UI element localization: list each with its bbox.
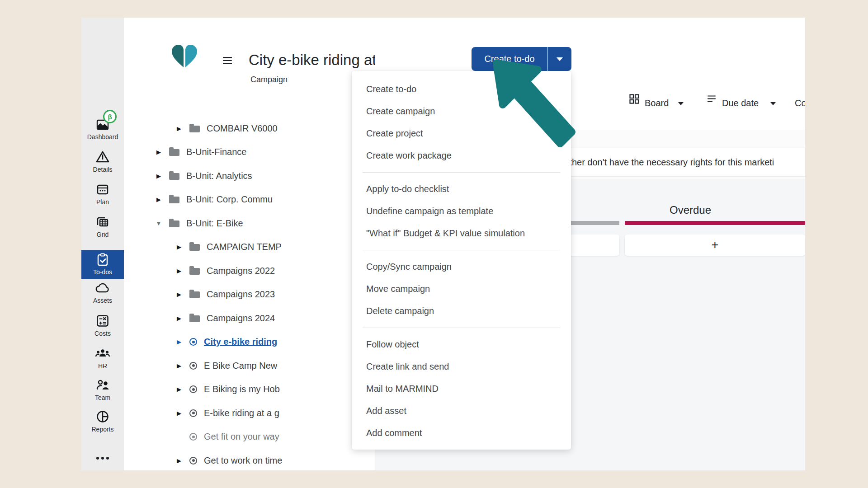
expand-arrow-icon[interactable] (175, 315, 183, 322)
chevron-down-icon[interactable] (678, 102, 684, 105)
expand-arrow-icon[interactable] (155, 196, 163, 203)
menu-divider (363, 328, 560, 328)
expand-arrow-icon[interactable] (175, 410, 183, 417)
campaign-icon (189, 409, 197, 417)
plan-icon (96, 183, 109, 196)
sidebar-item-reports[interactable]: Reports (81, 410, 124, 433)
menu-item[interactable]: Mail to MARMIND (352, 378, 571, 400)
campaign-icon (189, 457, 197, 465)
chevron-down-icon (557, 57, 563, 61)
grid-icon (96, 215, 109, 229)
sidebar-item-more[interactable] (81, 451, 124, 465)
expand-arrow-icon[interactable] (175, 362, 183, 369)
sidebar-item-label: To-dos (93, 268, 112, 276)
expand-arrow-icon[interactable] (155, 173, 163, 179)
menu-divider (363, 172, 560, 173)
board-column-overdue: Overdue + (625, 179, 805, 470)
hamburger-menu-icon[interactable] (223, 57, 232, 64)
sidebar-item-grid[interactable]: Grid (81, 215, 124, 238)
sidebar-item-label: Plan (96, 198, 109, 206)
sidebar-item-label: Team (95, 394, 110, 401)
menu-item[interactable]: Add comment (352, 422, 571, 444)
campaign-icon (189, 338, 197, 346)
create-split-button: Create to-do (472, 47, 571, 71)
menu-item[interactable]: Undefine campaign as template (352, 200, 571, 222)
menu-item[interactable]: Move campaign (352, 278, 571, 300)
costs-icon (96, 314, 109, 328)
column-color-bar (625, 221, 805, 225)
sidebar-item-todos[interactable]: To-dos (81, 250, 124, 279)
expand-arrow-icon[interactable] (175, 267, 183, 274)
menu-item[interactable]: Create link and send (352, 356, 571, 378)
menu-divider (363, 250, 560, 250)
sort-selector[interactable]: Due date (722, 98, 759, 108)
folder-icon (189, 126, 200, 132)
sidebar-item-label: Assets (93, 297, 112, 304)
sidebar-item-dashboard[interactable]: β Dashboard (81, 117, 124, 141)
sidebar-item-assets[interactable]: Assets (81, 281, 124, 304)
folder-icon (169, 173, 179, 180)
sidebar-item-costs[interactable]: Costs (81, 314, 124, 337)
sidebar-item-hr[interactable]: HR (81, 347, 124, 370)
create-dropdown-menu: Create to-do Create campaign Create proj… (352, 71, 571, 450)
screenshot-stage: β Dashboard Details Plan Grid T (0, 0, 868, 488)
folder-icon (189, 268, 200, 275)
menu-item[interactable]: Delete campaign (352, 300, 571, 322)
sidebar-item-plan[interactable]: Plan (81, 183, 124, 206)
sidebar-item-team[interactable]: Team (81, 378, 124, 401)
todos-icon (96, 253, 109, 267)
expand-arrow-icon[interactable] (175, 386, 183, 393)
app-window: β Dashboard Details Plan Grid T (81, 18, 805, 470)
dashboard-icon: β (96, 117, 109, 131)
expand-arrow-icon[interactable] (175, 125, 183, 132)
folder-icon (189, 291, 200, 298)
folder-icon (169, 149, 179, 156)
folder-icon (169, 221, 179, 227)
folder-icon (169, 197, 179, 203)
expand-arrow-icon[interactable] (175, 338, 183, 345)
menu-item[interactable]: Apply to-do checklist (352, 178, 571, 200)
menu-item[interactable]: Copy/Sync campaign (352, 256, 571, 278)
campaign-icon (189, 362, 197, 370)
folder-icon (189, 315, 200, 322)
column-title: Overdue (625, 204, 756, 216)
menu-item[interactable]: "What if" Budget & KPI value simulation (352, 222, 571, 244)
campaign-icon (189, 385, 197, 393)
menu-item[interactable]: Create campaign (352, 100, 571, 122)
expand-arrow-icon[interactable] (175, 457, 183, 464)
sidebar-item-details[interactable]: Details (81, 150, 124, 173)
menu-item[interactable]: Create to-do (352, 78, 571, 100)
team-icon (96, 378, 109, 392)
add-todo-button[interactable]: + (625, 235, 805, 256)
expand-arrow-icon[interactable] (175, 244, 183, 250)
create-todo-button[interactable]: Create to-do (472, 47, 547, 71)
sidebar-item-label: Reports (91, 426, 113, 433)
details-icon (96, 150, 109, 164)
plus-icon: + (712, 238, 719, 252)
sidebar-item-label: Costs (94, 330, 111, 337)
sidebar-item-label: Grid (97, 231, 108, 238)
expand-arrow-icon[interactable] (155, 149, 163, 155)
collapse-arrow-icon[interactable] (155, 220, 163, 227)
tree-item[interactable]: Get to work on time (124, 449, 458, 470)
board-view-selector[interactable]: Board (645, 98, 669, 108)
menu-item[interactable]: Add asset (352, 400, 571, 422)
chevron-down-icon[interactable] (770, 102, 776, 105)
sidebar-item-label: Details (93, 166, 113, 173)
create-menu-toggle[interactable] (547, 47, 571, 71)
expand-arrow-icon[interactable] (175, 291, 183, 298)
sidebar: β Dashboard Details Plan Grid T (81, 18, 124, 470)
sidebar-item-label: HR (98, 362, 107, 370)
collapse-all-sections-button[interactable]: Collapse all sections (795, 98, 805, 108)
menu-item[interactable]: Create work package (352, 145, 571, 167)
page-subtitle: Campaign (250, 75, 288, 84)
assets-icon (95, 281, 110, 295)
board-view-icon[interactable] (629, 94, 639, 104)
folder-icon (189, 244, 200, 251)
hr-icon (95, 347, 110, 360)
menu-item[interactable]: Follow object (352, 333, 571, 356)
menu-item[interactable]: Create project (352, 122, 571, 145)
sort-icon[interactable] (707, 95, 717, 103)
beta-badge: β (103, 110, 117, 123)
campaign-icon (189, 433, 197, 441)
